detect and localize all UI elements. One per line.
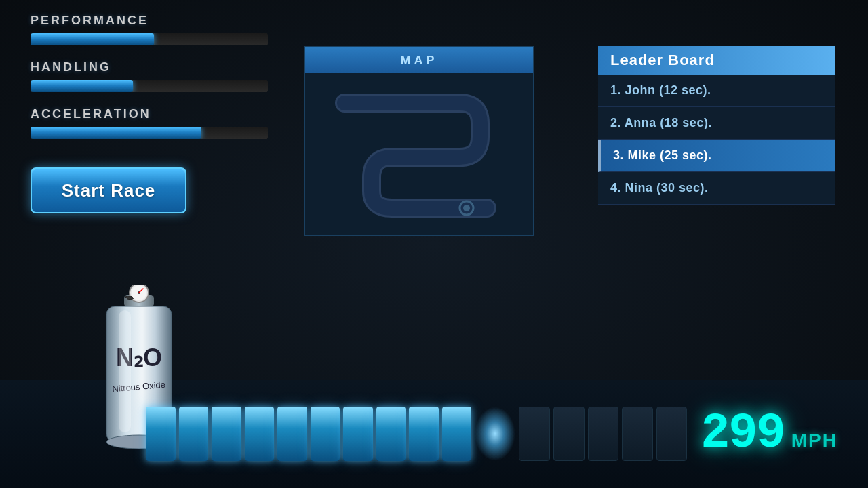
map-panel: MAP <box>304 46 534 236</box>
boost-segment-8 <box>376 407 406 461</box>
boost-segment-14 <box>622 407 653 461</box>
leaderboard-entry-1: 1. John (12 sec). <box>610 83 711 98</box>
boost-segment-15 <box>656 407 688 461</box>
performance-stat: PERFORMANCE <box>31 14 268 45</box>
start-race-button[interactable]: Start Race <box>31 167 186 214</box>
acceleration-label: ACCELERATION <box>31 107 268 121</box>
leaderboard-entry-2: 2. Anna (18 sec). <box>610 116 712 130</box>
boost-glow <box>475 407 515 461</box>
map-track-svg <box>324 83 514 225</box>
boost-segment-5 <box>277 407 307 461</box>
boost-segments <box>146 407 687 461</box>
boost-segment-13 <box>588 407 619 461</box>
leaderboard-row-4: 4. Nina (30 sec). <box>598 172 835 205</box>
boost-segment-4 <box>245 407 275 461</box>
left-panel: PERFORMANCE HANDLING ACCELERATION Start … <box>31 14 268 214</box>
svg-rect-11 <box>119 310 131 432</box>
boost-bar-area: 299 MPH <box>146 400 837 468</box>
leaderboard-entry-3: 3. Mike (25 sec). <box>613 148 712 163</box>
leaderboard-row-3: 3. Mike (25 sec). <box>598 140 835 172</box>
boost-segment-12 <box>553 407 585 461</box>
boost-segment-9 <box>409 407 439 461</box>
boost-segment-1 <box>146 407 176 461</box>
svg-point-1 <box>463 205 470 211</box>
handling-bar-track <box>31 80 268 92</box>
boost-segment-10 <box>442 407 472 461</box>
boost-segment-2 <box>179 407 209 461</box>
handling-label: HANDLING <box>31 60 268 75</box>
leaderboard-row-2: 2. Anna (18 sec). <box>598 107 835 140</box>
map-header: MAP <box>305 47 533 73</box>
handling-stat: HANDLING <box>31 60 268 92</box>
acceleration-stat: ACCELERATION <box>31 107 268 139</box>
performance-bar-fill <box>31 33 154 45</box>
speed-display: 299 MPH <box>701 406 837 462</box>
speed-value: 299 <box>701 406 785 462</box>
boost-segment-7 <box>343 407 373 461</box>
speed-unit: MPH <box>791 430 837 451</box>
acceleration-bar-fill <box>31 127 201 139</box>
map-body <box>305 73 533 235</box>
acceleration-bar-track <box>31 127 268 139</box>
boost-segment-11 <box>519 407 550 461</box>
boost-segment-6 <box>311 407 340 461</box>
leaderboard-row-1: 1. John (12 sec). <box>598 75 835 107</box>
leaderboard: Leader Board 1. John (12 sec). 2. Anna (… <box>598 46 835 205</box>
leaderboard-header: Leader Board <box>598 46 835 75</box>
leaderboard-entry-4: 4. Nina (30 sec). <box>610 181 709 195</box>
boost-segment-3 <box>212 407 241 461</box>
performance-bar-track <box>31 33 268 45</box>
handling-bar-fill <box>31 80 133 92</box>
performance-label: PERFORMANCE <box>31 14 268 28</box>
bottom-section: N₂O Nitrous Oxide 299 MPH <box>0 380 868 488</box>
